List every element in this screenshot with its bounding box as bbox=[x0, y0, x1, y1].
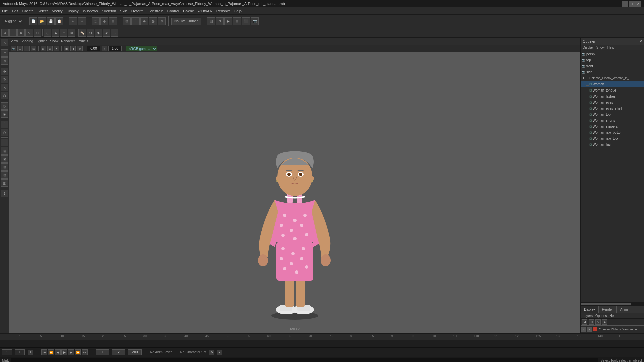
vp-wireframe[interactable]: ⬡ bbox=[17, 46, 23, 51]
step-back-btn[interactable]: ⏪ bbox=[48, 349, 54, 355]
outliner-item-woman-hair[interactable]: ◻ Woman_hair bbox=[581, 141, 644, 147]
display-layers-menu[interactable]: Layers bbox=[583, 314, 593, 318]
shelf-deform[interactable]: 〽 bbox=[111, 29, 118, 37]
outliner-menu-help[interactable]: Help bbox=[607, 46, 614, 49]
mode-dropdown[interactable]: Rigging bbox=[2, 18, 23, 25]
outliner-item-front[interactable]: 📷 front bbox=[581, 63, 644, 69]
close-button[interactable]: ✕ bbox=[635, 1, 641, 7]
save-as-button[interactable]: 📋 bbox=[55, 17, 63, 25]
menu-redshift[interactable]: Redshift bbox=[216, 9, 230, 13]
menu-help[interactable]: Help bbox=[234, 9, 241, 13]
menu-cache[interactable]: Cache bbox=[183, 9, 194, 13]
3d-viewport[interactable]: persp bbox=[9, 52, 580, 333]
select-by-component[interactable]: ⬚ bbox=[92, 17, 100, 25]
shelf-scale[interactable]: ⤡ bbox=[25, 29, 33, 37]
outliner-item-woman-jaw-bottom[interactable]: ◻ Woman_jaw_bottom bbox=[581, 129, 644, 135]
prev-frame-btn[interactable]: ◀ bbox=[55, 349, 61, 355]
snap-to-view[interactable]: ◎ bbox=[149, 17, 157, 25]
outliner-menu-show[interactable]: Show bbox=[596, 46, 605, 49]
layer-icon-6[interactable]: ◫ bbox=[1, 179, 8, 187]
vp-joints[interactable]: ● bbox=[54, 46, 59, 51]
display-options-menu[interactable]: Options bbox=[595, 314, 607, 318]
snap-to-surface[interactable]: ⊙ bbox=[158, 17, 166, 25]
soft-mod[interactable]: ◎ bbox=[1, 102, 8, 110]
outliner-item-woman-lashes[interactable]: ◻ Woman_lashes bbox=[581, 93, 644, 99]
snap-to-point[interactable]: ⊕ bbox=[140, 17, 148, 25]
timeline-playbar[interactable] bbox=[0, 340, 644, 347]
menu-3dtoall[interactable]: -3DtoAll- bbox=[198, 9, 212, 13]
menu-skin[interactable]: Skin bbox=[120, 9, 127, 13]
char-set-btn2[interactable]: ▲ bbox=[217, 350, 222, 355]
outliner-item-woman-shorts[interactable]: ◻ Woman_shorts bbox=[581, 117, 644, 123]
live-surface-button[interactable]: No Live Surface bbox=[171, 18, 201, 25]
menu-select[interactable]: Select bbox=[38, 9, 48, 13]
redo-button[interactable]: ↪ bbox=[78, 17, 86, 25]
lasso-tool[interactable]: ⊂ bbox=[1, 49, 8, 57]
shelf-universal[interactable]: ⬡ bbox=[34, 29, 41, 37]
paint-select[interactable]: ⊙ bbox=[1, 57, 8, 65]
mel-input[interactable] bbox=[11, 358, 599, 362]
outliner-close-icon[interactable]: ✕ bbox=[639, 39, 642, 43]
shelf-select[interactable]: ◈ bbox=[1, 29, 9, 37]
viewport-menu-show[interactable]: Show bbox=[50, 39, 58, 43]
shelf-hierarchy[interactable]: ⬙ bbox=[52, 29, 59, 37]
menu-windows[interactable]: Windows bbox=[83, 9, 98, 13]
snap-to-curve[interactable]: ⌒ bbox=[131, 17, 140, 25]
layer-fwd-btn[interactable]: ▶ bbox=[602, 319, 607, 325]
open-button[interactable]: 📂 bbox=[38, 17, 46, 25]
vp-texture[interactable]: ◈ bbox=[77, 46, 83, 51]
display-tab-display[interactable]: Display bbox=[581, 306, 599, 313]
shelf-joint[interactable]: 🦴 bbox=[78, 29, 86, 37]
layer-p-toggle[interactable]: P bbox=[587, 327, 592, 332]
viewport-menu-view[interactable]: View bbox=[11, 39, 18, 43]
menu-constrain[interactable]: Constrain bbox=[148, 9, 163, 13]
layer-icon-5[interactable]: ⊡ bbox=[1, 171, 8, 179]
vp-ik[interactable]: ⊕ bbox=[47, 46, 53, 51]
render-all[interactable]: ⬛ bbox=[242, 17, 250, 25]
layer-vp-toggle[interactable]: V bbox=[581, 327, 586, 332]
shelf-move[interactable]: ✛ bbox=[9, 29, 17, 37]
select-tool[interactable]: ↖ bbox=[1, 39, 8, 46]
save-button[interactable]: 💾 bbox=[47, 17, 55, 25]
current-frame-input[interactable] bbox=[2, 349, 12, 355]
viewport-menu-panels[interactable]: Panels bbox=[78, 39, 88, 43]
shelf-ik[interactable]: ⛓ bbox=[87, 29, 94, 37]
undo-button[interactable]: ↩ bbox=[69, 17, 77, 25]
render-region[interactable]: ⊞ bbox=[233, 17, 241, 25]
menu-display[interactable]: Display bbox=[67, 9, 79, 13]
menu-modify[interactable]: Modify bbox=[52, 9, 62, 13]
select-by-hierarchy[interactable]: ⬙ bbox=[100, 17, 108, 25]
outliner-item-woman-top[interactable]: ◻ Woman_top bbox=[581, 111, 644, 117]
frame2-input[interactable] bbox=[15, 349, 25, 355]
layer-icon-1[interactable]: ☰ bbox=[1, 139, 8, 146]
minimize-button[interactable]: ─ bbox=[622, 1, 628, 7]
render-view[interactable]: ▤ bbox=[207, 17, 215, 25]
shelf-group[interactable]: ⊞ bbox=[68, 29, 75, 37]
vp-wireframe2[interactable]: ▣ bbox=[64, 46, 69, 51]
vp-value1[interactable] bbox=[87, 46, 100, 51]
viewport-menu-lighting[interactable]: Lighting bbox=[36, 39, 47, 43]
vp-xray[interactable]: ◑ bbox=[70, 46, 76, 51]
jump-to-end-btn[interactable]: ⏭ bbox=[82, 349, 88, 355]
outliner-scroll-thumb[interactable] bbox=[581, 303, 631, 305]
rotate-tool[interactable]: ↻ bbox=[1, 76, 8, 83]
outliner-item-persp[interactable]: 📷 persp bbox=[581, 51, 644, 57]
outliner-item-group[interactable]: ▼ ⬡ Chinese_Elderly_Woman_in_ bbox=[581, 75, 644, 81]
layer-icon-2[interactable]: ⊞ bbox=[1, 147, 8, 155]
outliner-item-woman-jaw-top[interactable]: ◻ Woman_jaw_top bbox=[581, 135, 644, 141]
vp-grid[interactable]: ⊞ bbox=[41, 46, 46, 51]
shelf-object[interactable]: ◻ bbox=[60, 29, 67, 37]
show-manip[interactable]: ◉ bbox=[1, 110, 8, 118]
outliner-menu-display[interactable]: Display bbox=[583, 46, 594, 49]
jump-to-start-btn[interactable]: ⏮ bbox=[41, 349, 47, 355]
menu-create[interactable]: Create bbox=[22, 9, 34, 13]
display-tab-render[interactable]: Render bbox=[599, 306, 617, 313]
surface-tool[interactable]: ⬡ bbox=[1, 129, 8, 136]
menu-file[interactable]: File bbox=[2, 9, 8, 13]
snap-grid[interactable]: ⊞ bbox=[109, 17, 117, 25]
outliner-item-woman-slippers[interactable]: ◻ Woman_slippers bbox=[581, 123, 644, 129]
shelf-paint[interactable]: 🖌 bbox=[103, 29, 110, 37]
scale-tool[interactable]: ⤡ bbox=[1, 84, 8, 91]
play-btn[interactable]: ▶ bbox=[61, 349, 67, 355]
vp-flat[interactable]: ▤ bbox=[31, 46, 36, 51]
